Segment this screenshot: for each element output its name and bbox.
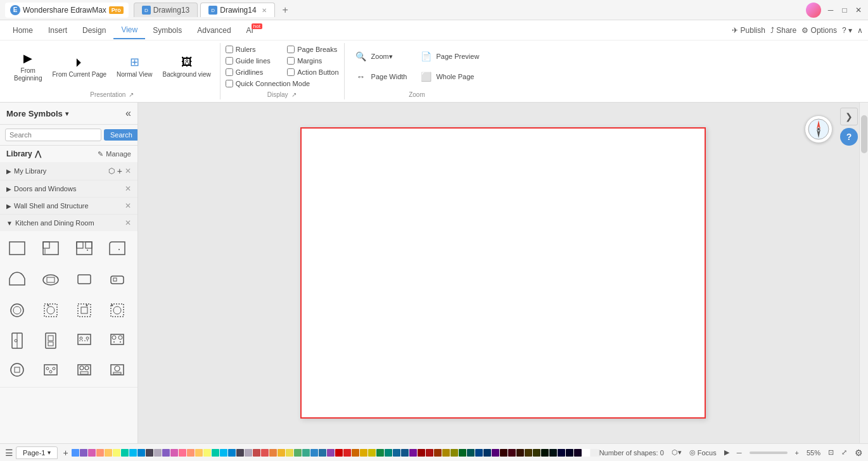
color-swatch[interactable] bbox=[113, 449, 120, 457]
color-swatch[interactable] bbox=[343, 449, 351, 457]
color-swatch[interactable] bbox=[492, 449, 499, 457]
rulers-checkbox[interactable]: Rulers bbox=[226, 46, 277, 53]
sidebar-collapse-button[interactable]: « bbox=[125, 108, 131, 119]
gridlines-input[interactable] bbox=[226, 68, 233, 76]
kitchen-dining-header[interactable]: ▼ Kitchen and Dining Room ✕ bbox=[0, 215, 137, 231]
color-swatch[interactable] bbox=[574, 449, 582, 457]
color-swatch[interactable] bbox=[516, 449, 524, 457]
from-current-button[interactable]: ⏵ From Current Page bbox=[48, 52, 110, 81]
color-swatch[interactable] bbox=[146, 449, 153, 457]
guide-lines-checkbox[interactable]: Guide lines bbox=[226, 57, 277, 65]
color-swatch[interactable] bbox=[294, 449, 302, 457]
color-swatch[interactable] bbox=[459, 449, 466, 457]
symbol-item[interactable] bbox=[36, 325, 65, 354]
color-swatch[interactable] bbox=[467, 449, 475, 457]
margins-input[interactable] bbox=[287, 57, 295, 65]
zoom-out-button[interactable]: ─ bbox=[737, 449, 742, 457]
color-swatch[interactable] bbox=[105, 449, 112, 457]
symbol-item[interactable] bbox=[3, 264, 32, 293]
tab-symbols[interactable]: Symbols bbox=[145, 22, 189, 39]
color-swatch[interactable] bbox=[558, 449, 565, 457]
color-swatch[interactable] bbox=[261, 449, 269, 457]
manage-button[interactable]: ✎ Manage bbox=[98, 150, 131, 158]
zoom-in-button[interactable]: + bbox=[795, 449, 799, 457]
color-swatch[interactable] bbox=[475, 449, 483, 457]
scrollbar-thumb[interactable] bbox=[861, 115, 867, 153]
color-swatch[interactable] bbox=[129, 449, 137, 457]
kitchen-dining-close-icon[interactable]: ✕ bbox=[125, 218, 131, 227]
tab-ai[interactable]: AIhot bbox=[239, 22, 261, 39]
search-button[interactable]: Search bbox=[104, 129, 138, 141]
help-button[interactable]: ? ▾ bbox=[842, 26, 852, 35]
tab-advanced[interactable]: Advanced bbox=[189, 22, 238, 39]
color-swatch[interactable] bbox=[418, 449, 425, 457]
user-avatar[interactable] bbox=[806, 3, 821, 18]
zoom-button[interactable]: 🔍 Zoom▾ bbox=[350, 47, 412, 65]
color-swatch[interactable] bbox=[187, 449, 195, 457]
color-swatch[interactable] bbox=[88, 449, 96, 457]
color-swatch[interactable] bbox=[566, 449, 573, 457]
doors-windows-header[interactable]: ▶ Doors and Windows ✕ bbox=[0, 180, 137, 197]
collapse-ribbon-button[interactable]: ∧ bbox=[857, 26, 863, 35]
color-swatch[interactable] bbox=[335, 449, 343, 457]
color-swatch[interactable] bbox=[549, 449, 557, 457]
color-swatch[interactable] bbox=[278, 449, 285, 457]
symbol-item[interactable] bbox=[70, 264, 99, 293]
page-preview-button[interactable]: 📄 Page Preview bbox=[414, 47, 484, 65]
color-swatch[interactable] bbox=[401, 449, 409, 457]
tab-view[interactable]: View bbox=[113, 22, 145, 39]
color-swatch[interactable] bbox=[368, 449, 376, 457]
page-breaks-checkbox[interactable]: Page Breaks bbox=[287, 46, 338, 53]
library-title[interactable]: Library ⋀ bbox=[6, 149, 41, 158]
shape-style-button[interactable]: ⬡▾ bbox=[672, 448, 682, 457]
symbol-item[interactable] bbox=[36, 294, 65, 324]
my-library-export-icon[interactable]: ⬡ bbox=[108, 167, 115, 175]
color-swatch[interactable] bbox=[195, 449, 203, 457]
from-beginning-button[interactable]: ▶ FromBeginning bbox=[10, 48, 46, 85]
add-page-button[interactable]: + bbox=[60, 446, 70, 459]
color-swatch[interactable] bbox=[236, 449, 244, 457]
color-swatch[interactable] bbox=[442, 449, 450, 457]
color-swatch[interactable] bbox=[541, 449, 549, 457]
my-library-header[interactable]: ▶ My Library ⬡ + ✕ bbox=[0, 162, 137, 180]
symbol-item[interactable] bbox=[103, 355, 132, 384]
color-swatch[interactable] bbox=[286, 449, 293, 457]
fit-page-button[interactable]: ⊡ bbox=[828, 448, 834, 457]
display-expand-icon[interactable]: ↗ bbox=[291, 92, 297, 98]
action-button-checkbox[interactable]: Action Button bbox=[287, 68, 338, 76]
share-button[interactable]: ⤴ Share bbox=[770, 26, 796, 35]
expand-button[interactable]: ⤢ bbox=[841, 448, 847, 457]
publish-button[interactable]: ✈ Publish bbox=[732, 26, 765, 35]
color-swatch[interactable] bbox=[170, 449, 178, 457]
vertical-scrollbar[interactable] bbox=[859, 103, 868, 443]
search-input[interactable] bbox=[5, 129, 101, 141]
gridlines-checkbox[interactable]: Gridlines bbox=[226, 68, 277, 76]
symbol-item[interactable] bbox=[70, 294, 99, 324]
color-swatch[interactable] bbox=[228, 449, 236, 457]
color-swatch[interactable] bbox=[393, 449, 400, 457]
color-swatch[interactable] bbox=[269, 449, 277, 457]
color-swatch[interactable] bbox=[253, 449, 260, 457]
guide-lines-input[interactable] bbox=[226, 57, 233, 65]
color-swatch[interactable] bbox=[434, 449, 442, 457]
color-swatch[interactable] bbox=[590, 449, 598, 457]
symbol-item[interactable] bbox=[36, 264, 65, 293]
color-swatch[interactable] bbox=[508, 449, 516, 457]
background-view-button[interactable]: 🖼 Background view bbox=[159, 52, 215, 81]
margins-checkbox[interactable]: Margins bbox=[287, 57, 338, 65]
symbol-item[interactable] bbox=[70, 355, 99, 384]
symbol-item[interactable] bbox=[70, 234, 99, 263]
help-panel-button[interactable]: ? bbox=[840, 128, 858, 146]
symbol-item[interactable] bbox=[36, 355, 65, 384]
compass[interactable] bbox=[805, 115, 833, 143]
wall-shell-header[interactable]: ▶ Wall Shell and Structure ✕ bbox=[0, 198, 137, 214]
rulers-input[interactable] bbox=[226, 46, 233, 53]
options-button[interactable]: ⚙ Options bbox=[801, 26, 837, 35]
settings-button[interactable]: ⚙ bbox=[855, 448, 863, 458]
symbol-item[interactable] bbox=[3, 325, 32, 354]
color-swatch[interactable] bbox=[154, 449, 162, 457]
color-swatch[interactable] bbox=[483, 449, 491, 457]
page-width-button[interactable]: ↔ Page Width bbox=[350, 68, 412, 85]
symbol-item[interactable] bbox=[103, 294, 132, 324]
symbol-item[interactable] bbox=[103, 325, 132, 354]
